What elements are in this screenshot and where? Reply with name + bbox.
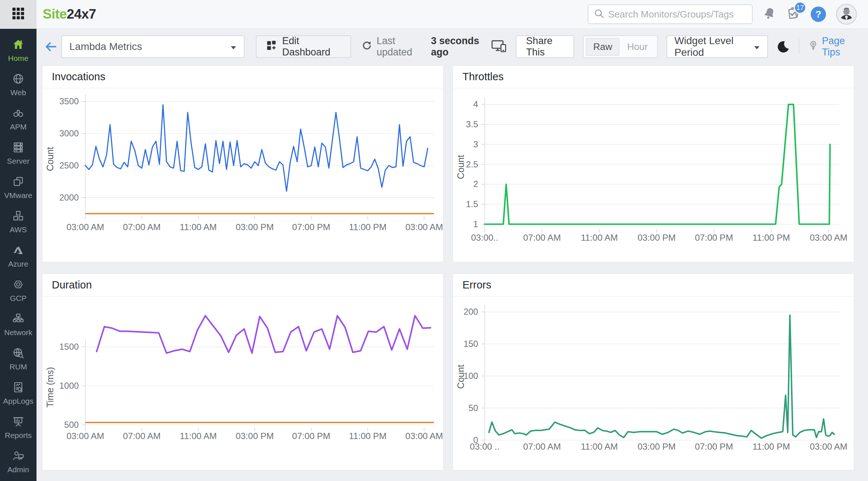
last-updated-value: 3 seconds ago xyxy=(431,35,491,58)
refresh-icon[interactable] xyxy=(361,40,372,54)
azure-logo-icon xyxy=(12,244,24,258)
bell-icon xyxy=(763,7,776,22)
duration-card: Duration 1500100050003:00 AM07:00 AM11:0… xyxy=(42,274,443,470)
sidebar-item-aws[interactable]: AWS xyxy=(0,205,37,239)
sidebar-item-label: APM xyxy=(10,123,27,131)
sidebar-item-label: Admin xyxy=(7,465,29,474)
svg-text:03:00 PM: 03:00 PM xyxy=(236,431,274,441)
site24x7-logo: Site24x7 xyxy=(43,7,96,22)
svg-text:1500: 1500 xyxy=(59,342,79,352)
sidebar-item-gcp[interactable]: GCP xyxy=(0,273,37,307)
duration-card-title: Duration xyxy=(42,274,443,296)
svg-text:Count: Count xyxy=(456,155,466,179)
svg-text:03:00 PM: 03:00 PM xyxy=(638,442,676,451)
svg-text:03:00 AM: 03:00 AM xyxy=(66,431,104,441)
toolbar-right-group: Share This Raw Hour Widget Level Period … xyxy=(491,35,854,58)
alarms-button[interactable]: 17 xyxy=(786,6,801,22)
sidebar-item-apm[interactable]: APM xyxy=(0,102,37,136)
edit-dashboard-label: Edit Dashboard xyxy=(282,35,341,58)
globe-icon xyxy=(12,73,24,86)
sidebar-item-label: Home xyxy=(8,54,28,63)
errors-chart: 20015010050003:00 ..07:00 AM11:00 AM03:0… xyxy=(453,296,854,471)
dashboard-selector-dropdown[interactable]: Lambda Metrics xyxy=(61,35,245,58)
page-tips-button[interactable]: Page Tips xyxy=(808,35,854,58)
svg-text:03:00 AM: 03:00 AM xyxy=(810,233,847,243)
svg-text:3.5: 3.5 xyxy=(466,119,478,129)
sidebar-item-label: Network xyxy=(4,328,32,337)
last-updated: Last updated 3 seconds ago xyxy=(361,35,491,58)
sidebar-item-applogs[interactable]: AppLogs xyxy=(0,376,37,410)
toolbar-divider xyxy=(799,39,799,54)
user-avatar[interactable] xyxy=(836,4,857,25)
binoculars-icon xyxy=(12,107,24,121)
global-search xyxy=(588,4,753,24)
svg-text:11:00 PM: 11:00 PM xyxy=(753,233,790,243)
edit-dashboard-icon xyxy=(266,40,277,54)
svg-text:50: 50 xyxy=(468,403,478,413)
svg-text:2.5: 2.5 xyxy=(466,159,478,169)
gcp-hexagon-icon xyxy=(12,278,24,292)
main-content: Lambda Metrics Edit Dashboard Last updat… xyxy=(37,29,868,481)
duration-chart: 1500100050003:00 AM07:00 AM11:00 AM03:00… xyxy=(42,296,443,471)
invocations-card: Invocations 350030002500200003:00 AM07:0… xyxy=(42,65,443,262)
rum-globe-magnifier-icon xyxy=(12,347,24,361)
svg-text:Count: Count xyxy=(45,147,55,171)
bulb-icon xyxy=(808,40,818,54)
throttles-chart: 43.532.521.5103:00..07:00 AM11:00 AM03:0… xyxy=(453,88,854,263)
logo-text-green: Site xyxy=(43,7,67,22)
svg-text:500: 500 xyxy=(64,420,79,430)
svg-text:Time (ms): Time (ms) xyxy=(45,367,55,407)
sidebar-item-web[interactable]: Web xyxy=(0,67,37,102)
svg-text:3000: 3000 xyxy=(59,128,79,138)
devices-icon[interactable] xyxy=(491,39,507,55)
invocations-card-title: Invocations xyxy=(42,66,443,88)
logo-text-dark: 24x7 xyxy=(67,7,96,22)
search-icon xyxy=(594,8,604,20)
widget-level-period-value: Widget Level Period xyxy=(675,35,745,58)
search-input[interactable] xyxy=(608,9,747,20)
toggle-raw[interactable]: Raw xyxy=(586,38,619,56)
svg-text:1.5: 1.5 xyxy=(466,199,478,209)
sidebar-item-label: Reports xyxy=(5,431,32,440)
widget-level-period-dropdown[interactable]: Widget Level Period xyxy=(667,35,768,58)
raw-hour-toggle: Raw Hour xyxy=(583,35,657,58)
svg-text:07:00 PM: 07:00 PM xyxy=(695,442,733,451)
app-grid-button[interactable] xyxy=(0,0,37,28)
topbar: Site24x7 17 ? xyxy=(0,0,868,29)
admin-user-icon xyxy=(12,450,24,463)
errors-card: Errors 20015010050003:00 ..07:00 AM11:00… xyxy=(453,274,854,470)
sidebar-item-azure[interactable]: Azure xyxy=(0,239,37,273)
svg-text:03:00 ..: 03:00 .. xyxy=(470,442,500,451)
sidebar-item-home[interactable]: Home xyxy=(0,33,37,67)
svg-text:11:00 PM: 11:00 PM xyxy=(753,442,790,451)
svg-text:200: 200 xyxy=(464,307,478,317)
sidebar-item-network[interactable]: Network xyxy=(0,307,37,342)
dark-mode-moon-icon[interactable] xyxy=(777,40,790,53)
svg-text:03:00 AM: 03:00 AM xyxy=(66,222,104,232)
svg-text:2000: 2000 xyxy=(59,193,79,202)
help-button[interactable]: ? xyxy=(811,7,826,22)
share-this-label: Share This xyxy=(526,35,564,58)
network-topology-icon xyxy=(12,313,24,326)
back-button[interactable] xyxy=(44,40,58,54)
sidebar-item-label: VMware xyxy=(4,191,32,200)
home-icon xyxy=(12,38,24,52)
svg-text:11:00 PM: 11:00 PM xyxy=(349,222,387,232)
svg-text:11:00 PM: 11:00 PM xyxy=(349,431,387,441)
edit-dashboard-button[interactable]: Edit Dashboard xyxy=(256,35,351,58)
svg-text:Count: Count xyxy=(456,365,466,389)
svg-text:07:00 AM: 07:00 AM xyxy=(523,233,561,243)
alerts-bell-button[interactable] xyxy=(763,7,776,22)
sidebar-item-vmware[interactable]: VMware xyxy=(0,170,37,205)
sidebar-item-rum[interactable]: RUM xyxy=(0,342,37,376)
sidebar-item-label: Web xyxy=(11,88,26,97)
sidebar-item-label: Azure xyxy=(8,260,28,268)
svg-text:11:00 AM: 11:00 AM xyxy=(180,222,217,232)
sidebar-item-admin[interactable]: Admin xyxy=(0,445,37,479)
sidebar-item-reports[interactable]: Reports xyxy=(0,410,37,445)
sidebar-item-server[interactable]: Server xyxy=(0,136,37,170)
share-this-button[interactable]: Share This xyxy=(516,35,574,58)
toggle-hour[interactable]: Hour xyxy=(620,38,654,55)
svg-text:03:00 PM: 03:00 PM xyxy=(236,222,274,232)
svg-text:3500: 3500 xyxy=(59,96,79,106)
